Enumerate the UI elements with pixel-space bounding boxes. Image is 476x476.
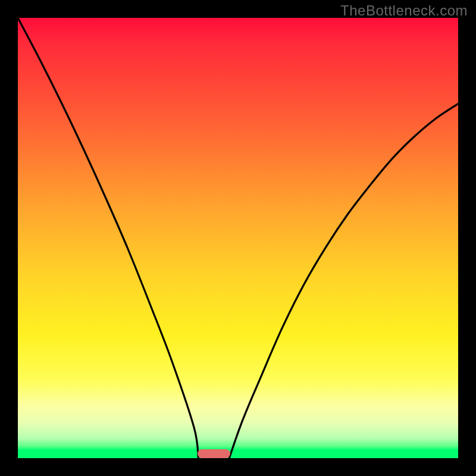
bottleneck-curves [18, 18, 458, 458]
watermark-text: TheBottleneck.com [340, 2, 468, 19]
left-curve-path [18, 18, 198, 458]
chart-frame: TheBottleneck.com [0, 0, 476, 476]
plot-area [18, 18, 458, 458]
right-curve-path [229, 104, 458, 458]
optimal-marker [198, 449, 231, 458]
